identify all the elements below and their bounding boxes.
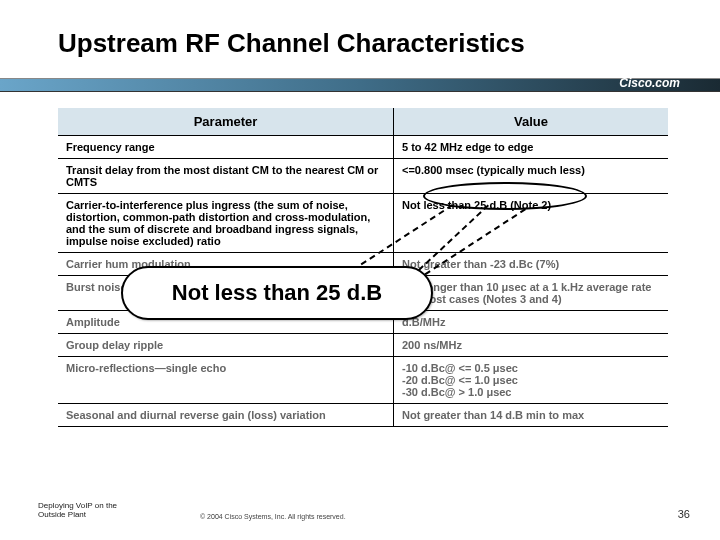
cell-param: Micro-reflections—single echo [58,357,394,404]
cell-value: 5 to 42 MHz edge to edge [394,136,669,159]
cell-param: Carrier-to-interference plus ingress (th… [58,194,394,253]
brand-label: Cisco.com [619,76,680,90]
cell-value: d.B/MHz [394,311,669,334]
cell-param: Seasonal and diurnal reverse gain (loss)… [58,404,394,427]
slide-title: Upstream RF Channel Characteristics [58,28,525,59]
col-parameter: Parameter [58,108,394,136]
callout-text: Not less than 25 d.B [172,280,382,306]
cell-param: Transit delay from the most distant CM t… [58,159,394,194]
cell-value: -10 d.Bc@ <= 0.5 μsec -20 d.Bc@ <= 1.0 μ… [394,357,669,404]
table-row: Seasonal and diurnal reverse gain (loss)… [58,404,668,427]
cell-param: Frequency range [58,136,394,159]
cell-param: Group delay ripple [58,334,394,357]
col-value: Value [394,108,669,136]
footer-line1: Deploying VoIP on the [38,501,117,511]
cell-value: 200 ns/MHz [394,334,669,357]
copyright: © 2004 Cisco Systems, Inc. All rights re… [200,513,346,520]
cell-value: Not longer than 10 μsec at a 1 k.Hz aver… [394,276,669,311]
footer-line2: Outside Plant [38,510,117,520]
table-row: Micro-reflections—single echo -10 d.Bc@ … [58,357,668,404]
gradient-bar [0,78,720,92]
callout-bubble: Not less than 25 d.B [121,266,433,320]
header-bar: Cisco.com [0,78,720,100]
footer-title: Deploying VoIP on the Outside Plant [38,501,117,520]
page-number: 36 [678,508,690,520]
cell-value: Not greater than 14 d.B min to max [394,404,669,427]
table-row: Group delay ripple 200 ns/MHz [58,334,668,357]
table-row: Frequency range 5 to 42 MHz edge to edge [58,136,668,159]
slide: { "title": "Upstream RF Channel Characte… [0,0,720,540]
